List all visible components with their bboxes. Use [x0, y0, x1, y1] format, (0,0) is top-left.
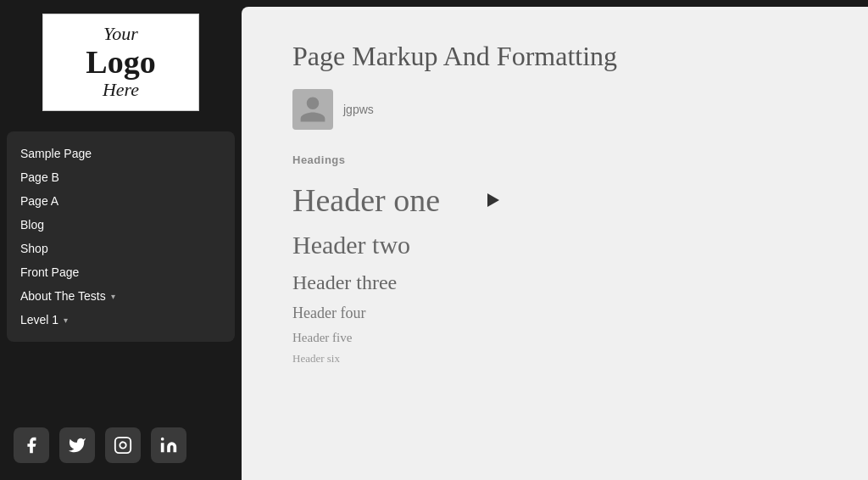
sidebar-item-front-page[interactable]: Front Page — [7, 260, 235, 284]
twitter-icon[interactable] — [59, 427, 95, 463]
sidebar-item-blog[interactable]: Blog — [7, 213, 235, 237]
chevron-down-icon: ▾ — [64, 315, 68, 325]
svg-rect-2 — [161, 443, 164, 452]
page-title: Page Markup And Formatting — [292, 41, 817, 72]
svg-point-3 — [161, 438, 164, 441]
header-four: Header four — [292, 304, 817, 322]
svg-rect-0 — [115, 438, 131, 453]
header-five: Header five — [292, 331, 817, 345]
sidebar-item-sample-page[interactable]: Sample Page — [7, 142, 235, 165]
main-content: Page Markup And Formatting jgpws Heading… — [242, 7, 868, 480]
header-six: Header six — [292, 352, 817, 366]
nav-menu: Sample Page Page B Page A Blog Shop Fron… — [7, 131, 235, 342]
author-name: jgpws — [343, 103, 374, 116]
cursor-pointer — [487, 193, 499, 207]
chevron-down-icon: ▾ — [111, 292, 115, 301]
instagram-icon[interactable] — [105, 427, 141, 463]
logo-text: Your Logo Here — [86, 24, 155, 100]
sidebar-item-page-b[interactable]: Page B — [7, 165, 235, 189]
header-two: Header two — [292, 231, 817, 260]
sidebar-item-about-tests[interactable]: About The Tests ▾ — [7, 284, 235, 308]
sidebar-item-page-a[interactable]: Page A — [7, 189, 235, 213]
facebook-icon[interactable] — [14, 427, 49, 463]
header-one: Header one — [292, 181, 817, 219]
avatar — [292, 89, 333, 130]
logo-line2: Logo — [86, 45, 155, 81]
header-three: Header three — [292, 271, 817, 294]
sidebar: Your Logo Here Sample Page Page B Page A… — [0, 0, 242, 480]
logo-line3: Here — [86, 80, 155, 100]
social-icons-bar — [0, 410, 242, 480]
headings-label: Headings — [292, 153, 817, 166]
sidebar-item-shop[interactable]: Shop — [7, 237, 235, 260]
author-row: jgpws — [292, 89, 817, 130]
logo-line1: Your — [86, 24, 155, 44]
sidebar-item-level1[interactable]: Level 1 ▾ — [7, 308, 235, 332]
logo[interactable]: Your Logo Here — [42, 14, 199, 111]
linkedin-icon[interactable] — [151, 427, 186, 463]
